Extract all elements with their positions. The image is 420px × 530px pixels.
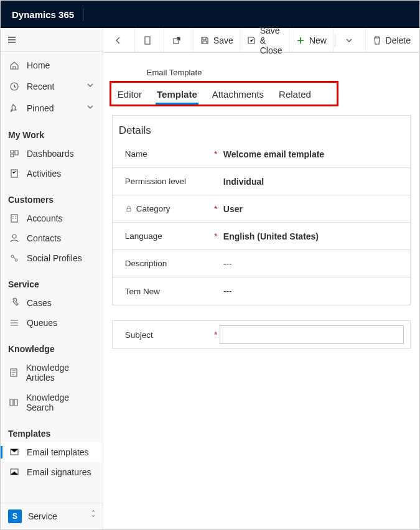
sidebar-group-templates: Templates: [1, 417, 103, 442]
required-indicator: *: [212, 231, 220, 241]
field-value: User: [220, 204, 404, 214]
sidebar-item-queues[interactable]: Queues: [1, 313, 103, 333]
area-tile: S: [8, 509, 22, 523]
entity-label: Email Template: [147, 68, 413, 77]
trash-icon: [372, 35, 382, 45]
sidebar-group-mywork: My Work: [1, 119, 103, 144]
article-icon: [8, 368, 20, 378]
lock-icon: [125, 205, 133, 213]
sidebar-label: Home: [27, 60, 50, 70]
field-name[interactable]: Name * Welcome email template: [113, 141, 410, 168]
save-button[interactable]: Save: [194, 28, 240, 53]
updown-icon: ˄˅: [91, 511, 95, 521]
required-indicator: *: [212, 149, 220, 159]
sidebar-item-kb-search[interactable]: Knowledge Search: [1, 388, 103, 417]
save-icon: [200, 35, 210, 45]
field-tem-new[interactable]: Tem New ---: [113, 277, 410, 305]
sidebar-label: Activities: [27, 169, 61, 179]
task-flow-button[interactable]: [135, 28, 164, 53]
sidebar-label: Cases: [27, 298, 52, 308]
subject-section: Subject *: [112, 320, 411, 349]
signature-icon: [8, 467, 21, 477]
field-label: Name: [119, 149, 212, 159]
tab-editor[interactable]: Editor: [116, 86, 143, 103]
delete-label: Delete: [386, 35, 411, 45]
sidebar-group-service: Service: [1, 268, 103, 293]
sidebar-label: Email signatures: [27, 467, 91, 477]
open-new-window-button[interactable]: [164, 28, 194, 53]
dashboard-icon: [8, 149, 21, 159]
sidebar-item-kb-articles[interactable]: Knowledge Articles: [1, 358, 103, 388]
tab-list: Editor Template Attachments Related: [114, 86, 337, 103]
field-value: English (United States): [220, 231, 404, 241]
hamburger-button[interactable]: [1, 28, 103, 52]
subject-input[interactable]: [220, 325, 404, 344]
back-button[interactable]: [106, 28, 135, 53]
chevron-down-icon: [344, 35, 354, 45]
sidebar-item-social[interactable]: Social Profiles: [1, 248, 103, 268]
new-button[interactable]: New: [289, 28, 334, 53]
svg-rect-1: [11, 170, 17, 177]
app-title: Dynamics 365: [12, 9, 74, 20]
svg-rect-11: [127, 208, 131, 212]
field-value: Individual: [220, 177, 404, 187]
save-close-label: Save & Close: [260, 26, 282, 55]
sidebar-group-customers: Customers: [1, 184, 103, 208]
delete-button[interactable]: Delete: [366, 28, 417, 53]
sidebar: Home Recent Pinned My Work Dashboards Ac…: [1, 28, 103, 529]
svg-point-3: [12, 235, 16, 238]
field-category[interactable]: Category * User: [113, 195, 410, 223]
save-close-button[interactable]: Save & Close: [240, 28, 289, 53]
sidebar-item-activities[interactable]: Activities: [1, 164, 103, 184]
tab-attachments[interactable]: Attachments: [211, 86, 265, 103]
field-permission[interactable]: Permission level Individual: [113, 168, 410, 195]
field-language[interactable]: Language * English (United States): [113, 223, 410, 250]
command-bar: Save Save & Close New Delete: [103, 28, 419, 53]
top-bar: Dynamics 365: [1, 1, 419, 28]
sidebar-label: Knowledge Search: [26, 393, 95, 412]
chevron-down-icon: [85, 80, 95, 92]
sidebar-label: Knowledge Articles: [26, 363, 95, 383]
plus-icon: [296, 35, 306, 45]
sidebar-item-cases[interactable]: Cases: [1, 293, 103, 313]
sidebar-item-accounts[interactable]: Accounts: [1, 208, 103, 228]
required-indicator: *: [212, 204, 220, 214]
svg-rect-9: [145, 37, 150, 44]
home-icon: [8, 60, 21, 70]
sidebar-label: Pinned: [27, 103, 54, 113]
sidebar-item-pinned[interactable]: Pinned: [1, 97, 103, 119]
field-label: Subject: [119, 330, 212, 340]
svg-rect-2: [11, 215, 17, 222]
sidebar-label: Dashboards: [27, 149, 74, 159]
cmd-separator: [335, 34, 335, 47]
area-switcher[interactable]: S Service ˄˅: [1, 503, 103, 529]
field-value: ---: [220, 259, 404, 269]
sidebar-item-contacts[interactable]: Contacts: [1, 228, 103, 248]
section-title: Details: [119, 124, 410, 137]
tab-template[interactable]: Template: [156, 86, 198, 103]
tab-related[interactable]: Related: [278, 86, 312, 103]
sidebar-item-recent[interactable]: Recent: [1, 75, 103, 97]
svg-point-4: [11, 255, 14, 258]
new-dropdown-button[interactable]: [337, 28, 366, 53]
new-label: New: [309, 35, 327, 45]
field-label: Permission level: [119, 177, 212, 186]
sidebar-group-knowledge: Knowledge: [1, 333, 103, 358]
field-value: Welcome email template: [220, 149, 404, 159]
chevron-down-icon: [85, 102, 95, 114]
clipboard-icon: [8, 169, 21, 179]
sidebar-item-dashboards[interactable]: Dashboards: [1, 144, 103, 164]
sidebar-item-home[interactable]: Home: [1, 55, 103, 75]
details-section: Details Name * Welcome email template Pe…: [112, 115, 411, 305]
sidebar-label: Queues: [27, 318, 57, 328]
wrench-icon: [8, 298, 21, 308]
sidebar-item-email-signatures[interactable]: Email signatures: [1, 462, 103, 482]
sidebar-label: Social Profiles: [27, 253, 82, 263]
book-icon: [8, 398, 20, 407]
building-icon: [8, 213, 21, 223]
sidebar-item-email-templates[interactable]: Email templates: [1, 442, 103, 462]
field-description[interactable]: Description ---: [113, 250, 410, 277]
popout-icon: [172, 35, 182, 45]
document-icon: [142, 35, 152, 45]
sidebar-label: Recent: [27, 81, 54, 91]
